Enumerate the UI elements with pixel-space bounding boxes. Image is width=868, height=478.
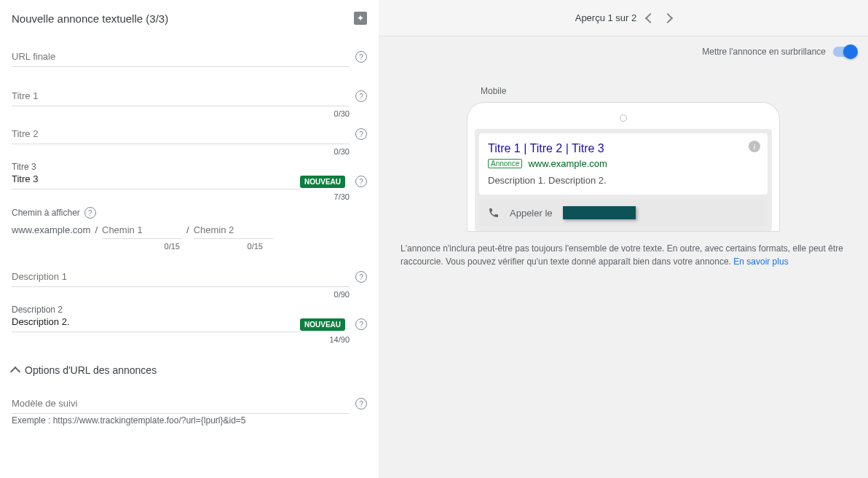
tracking-input[interactable] — [12, 393, 350, 414]
ad-description: Description 1. Description 2. — [488, 175, 759, 186]
preview-counter: Aperçu 1 sur 2 — [575, 12, 637, 23]
title1-input[interactable] — [12, 86, 350, 106]
title2-counter: 0/30 — [12, 147, 350, 156]
field-title3: Titre 3 NOUVEAU 7/30 — [12, 162, 367, 201]
phone-speaker-icon — [620, 114, 627, 122]
title2-input[interactable] — [12, 124, 350, 144]
disclaimer: L'annonce n'inclura peut-être pas toujou… — [401, 242, 846, 268]
preview-header: Aperçu 1 sur 2 — [379, 0, 868, 36]
call-extension: Appeler le — [479, 199, 768, 227]
field-final-url — [12, 47, 367, 67]
desc2-input[interactable] — [12, 316, 300, 332]
tracking-example: Exemple : https://www.trackingtemplate.f… — [12, 415, 367, 426]
phone-icon — [488, 207, 500, 219]
next-arrow-icon[interactable] — [663, 12, 673, 23]
url-options-label: Options d'URL des annonces — [25, 364, 157, 376]
help-icon[interactable] — [84, 207, 96, 219]
redacted-number — [563, 206, 636, 219]
desc2-counter: 14/90 — [12, 335, 350, 344]
title3-counter: 7/30 — [12, 192, 350, 201]
path1-counter: 0/15 — [118, 242, 180, 251]
final-url-input[interactable] — [12, 47, 350, 67]
prev-arrow-icon[interactable] — [645, 12, 655, 23]
highlight-label: Mettre l'annonce en surbrillance — [702, 47, 826, 57]
field-display-path: Chemin à afficher www.example.com / / 0/… — [12, 207, 367, 251]
path1-input[interactable] — [102, 222, 182, 239]
highlight-row: Mettre l'annonce en surbrillance — [379, 36, 868, 60]
help-icon[interactable] — [355, 398, 367, 410]
title3-label: Titre 3 — [12, 162, 367, 172]
panel-header: Nouvelle annonce textuelle (3/3) — [12, 12, 367, 25]
star-icon[interactable] — [354, 12, 367, 25]
new-badge: NOUVEAU — [300, 176, 345, 188]
desc2-label: Description 2 — [12, 305, 367, 315]
ad-url: www.example.com — [528, 158, 607, 169]
help-icon[interactable] — [355, 271, 367, 283]
display-path-base: www.example.com — [12, 224, 90, 235]
field-desc2: Description 2 NOUVEAU 14/90 — [12, 305, 367, 344]
title3-input[interactable] — [12, 173, 300, 189]
help-icon[interactable] — [355, 176, 367, 187]
phone-frame: Titre 1 | Titre 2 | Titre 3 Annonce www.… — [467, 102, 780, 232]
field-title2: 0/30 — [12, 124, 367, 156]
help-icon[interactable] — [355, 51, 367, 63]
ad-card-outer: Titre 1 | Titre 2 | Titre 3 Annonce www.… — [475, 129, 772, 231]
ad-card: Titre 1 | Titre 2 | Titre 3 Annonce www.… — [479, 133, 768, 195]
call-label: Appeler le — [510, 208, 553, 219]
info-icon[interactable] — [749, 141, 760, 152]
path2-input[interactable] — [194, 222, 274, 239]
learn-more-link[interactable]: En savoir plus — [733, 256, 788, 267]
help-icon[interactable] — [355, 318, 367, 330]
field-tracking: Exemple : https://www.trackingtemplate.f… — [12, 393, 367, 426]
form-panel: Nouvelle annonce textuelle (3/3) 0/30 0/… — [0, 0, 379, 478]
new-badge: NOUVEAU — [300, 318, 345, 331]
field-desc1: 0/90 — [12, 267, 367, 299]
display-path-label: Chemin à afficher — [12, 208, 80, 218]
desc1-input[interactable] — [12, 267, 350, 287]
panel-title: Nouvelle annonce textuelle (3/3) — [12, 12, 168, 25]
help-icon[interactable] — [355, 90, 367, 102]
preview-panel: Aperçu 1 sur 2 Mettre l'annonce en surbr… — [379, 0, 868, 478]
highlight-toggle[interactable] — [833, 47, 856, 57]
ad-headline: Titre 1 | Titre 2 | Titre 3 — [488, 142, 759, 155]
help-icon[interactable] — [355, 128, 367, 140]
ad-badge: Annonce — [488, 159, 522, 168]
chevron-up-icon — [10, 367, 20, 377]
desc1-counter: 0/90 — [12, 290, 350, 299]
mobile-label: Mobile — [481, 86, 846, 96]
url-options-toggle[interactable]: Options d'URL des annonces — [12, 364, 367, 376]
path2-counter: 0/15 — [184, 242, 263, 251]
preview-body: Mobile Titre 1 | Titre 2 | Titre 3 Annon… — [379, 60, 868, 280]
title1-counter: 0/30 — [12, 109, 350, 118]
field-title1: 0/30 — [12, 86, 367, 118]
